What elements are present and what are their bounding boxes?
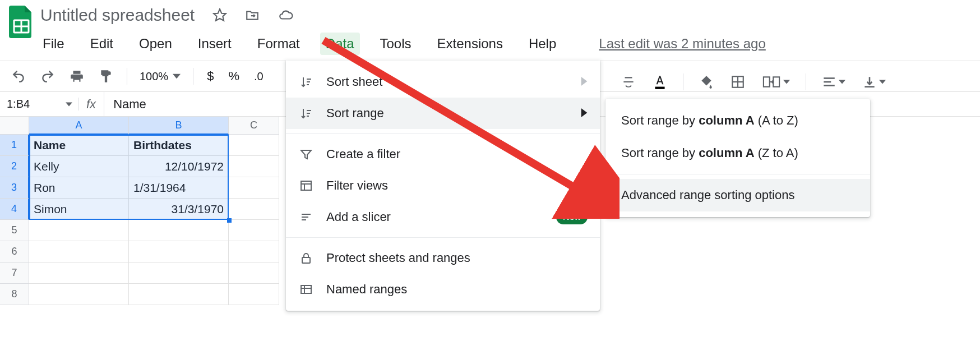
row-header-6[interactable]: 6: [0, 241, 29, 262]
row-header-4[interactable]: 4: [0, 199, 29, 220]
doc-title[interactable]: Untitled spreadsheet: [37, 4, 198, 26]
merge-cells-button[interactable]: [757, 71, 794, 93]
menu-sort-sheet[interactable]: Sort sheet: [286, 66, 600, 98]
cell-b3[interactable]: 1/31/1964: [129, 177, 229, 199]
row-header-2[interactable]: 2: [0, 156, 29, 177]
sort-range-submenu: Sort range by column A (A to Z) Sort ran…: [605, 99, 870, 217]
row-header-3[interactable]: 3: [0, 177, 29, 199]
menu-insert[interactable]: Insert: [192, 33, 237, 55]
svg-rect-19: [301, 285, 311, 293]
row-header-5[interactable]: 5: [0, 220, 29, 241]
submenu-sort-desc[interactable]: Sort range by column A (Z to A): [605, 137, 870, 169]
last-edit-link[interactable]: Last edit was 2 minutes ago: [599, 33, 766, 55]
fx-label: fx: [78, 92, 104, 116]
cell-c1[interactable]: [229, 135, 279, 156]
titlebar: Untitled spreadsheet File Edit Open Inse…: [0, 0, 980, 61]
cell-a3[interactable]: Ron: [29, 177, 129, 199]
menu-protect[interactable]: Protect sheets and ranges: [286, 242, 600, 274]
submenu-sort-asc[interactable]: Sort range by column A (A to Z): [605, 104, 870, 137]
strikethrough-button[interactable]: [617, 71, 640, 93]
submenu-item-label: Sort range by column A (Z to A): [621, 146, 798, 160]
menu-file[interactable]: File: [37, 33, 70, 55]
undo-button[interactable]: [7, 66, 30, 87]
decrease-decimal-button[interactable]: .0: [249, 67, 268, 86]
text-color-button[interactable]: [648, 70, 672, 94]
menu-add-slicer[interactable]: Add a slicer New: [286, 201, 600, 233]
submenu-item-label: Sort range by column A (A to Z): [621, 113, 798, 128]
paint-format-button[interactable]: [94, 66, 118, 87]
menu-data[interactable]: Data: [320, 33, 360, 55]
svg-rect-9: [773, 77, 779, 86]
submenu-advanced-sort[interactable]: Advanced range sorting options: [605, 179, 870, 211]
row-header-1[interactable]: 1: [0, 135, 29, 156]
filter-icon: [298, 148, 314, 161]
filter-views-icon: [298, 179, 314, 192]
horizontal-align-button[interactable]: [817, 71, 850, 93]
menu-extensions[interactable]: Extensions: [432, 33, 509, 55]
cell-c4[interactable]: [229, 199, 279, 220]
redo-button[interactable]: [36, 66, 59, 87]
submenu-arrow-icon: [581, 75, 588, 89]
format-currency-button[interactable]: $: [202, 66, 218, 87]
fill-color-button[interactable]: [695, 71, 718, 93]
cell-c3[interactable]: [229, 177, 279, 199]
cell-a1[interactable]: Name: [29, 135, 129, 156]
submenu-arrow-icon: [581, 106, 588, 121]
menu-item-label: Protect sheets and ranges: [326, 251, 470, 265]
menu-filter-views[interactable]: Filter views: [286, 170, 600, 201]
col-header-b[interactable]: B: [129, 117, 229, 135]
data-menu-dropdown: Sort sheet Sort range Create a filter Fi…: [286, 61, 600, 311]
row-header-8[interactable]: 8: [0, 284, 29, 305]
cell-b2[interactable]: 12/10/1972: [129, 156, 229, 177]
menu-item-label: Create a filter: [326, 147, 400, 162]
cell-b1[interactable]: Birthdates: [129, 135, 229, 156]
menu-format[interactable]: Format: [252, 33, 306, 55]
format-percent-button[interactable]: %: [224, 66, 244, 87]
slicer-icon: [298, 210, 314, 224]
menu-item-label: Sort range: [326, 106, 384, 121]
select-all-corner[interactable]: [0, 117, 29, 135]
cell-a2[interactable]: Kelly: [29, 156, 129, 177]
svg-marker-3: [214, 9, 226, 21]
menubar: File Edit Open Insert Format Data Tools …: [37, 26, 974, 61]
cell-c2[interactable]: [229, 156, 279, 177]
zoom-select[interactable]: 100%: [136, 70, 184, 83]
name-box[interactable]: 1:B4: [0, 98, 78, 110]
sort-icon: [298, 75, 314, 89]
col-header-a[interactable]: A: [29, 117, 129, 135]
vertical-align-button[interactable]: [858, 71, 890, 93]
sort-icon: [298, 107, 314, 120]
named-ranges-icon: [298, 283, 314, 296]
menu-tools[interactable]: Tools: [375, 33, 417, 55]
move-to-folder-icon[interactable]: [241, 4, 264, 26]
menu-item-label: Sort sheet: [326, 75, 382, 89]
borders-button[interactable]: [726, 71, 750, 93]
menu-item-label: Filter views: [326, 178, 388, 193]
cloud-status-icon[interactable]: [273, 4, 298, 26]
svg-rect-18: [302, 257, 310, 263]
menu-item-label: Add a slicer: [326, 210, 391, 224]
submenu-item-label: Advanced range sorting options: [621, 188, 794, 202]
menu-help[interactable]: Help: [523, 33, 562, 55]
submenu-arrow-icon: [581, 178, 588, 193]
menu-open[interactable]: Open: [133, 33, 178, 55]
menu-create-filter[interactable]: Create a filter: [286, 139, 600, 170]
svg-rect-8: [764, 77, 770, 86]
menu-item-label: Named ranges: [326, 282, 407, 297]
menu-sort-range[interactable]: Sort range: [286, 98, 600, 129]
print-button[interactable]: [65, 66, 89, 87]
new-badge: New: [556, 210, 588, 224]
menu-edit[interactable]: Edit: [85, 33, 119, 55]
col-header-c[interactable]: C: [229, 117, 279, 135]
star-icon[interactable]: [208, 4, 232, 26]
svg-rect-4: [655, 87, 664, 89]
selection-handle[interactable]: [227, 218, 232, 223]
lock-icon: [298, 251, 314, 265]
menu-named-ranges[interactable]: Named ranges: [286, 274, 600, 305]
svg-rect-14: [301, 181, 311, 190]
cell-a4[interactable]: Simon: [29, 199, 129, 220]
sheets-logo[interactable]: [6, 4, 37, 45]
cell-b4[interactable]: 31/3/1970: [129, 199, 229, 220]
row-header-7[interactable]: 7: [0, 262, 29, 284]
